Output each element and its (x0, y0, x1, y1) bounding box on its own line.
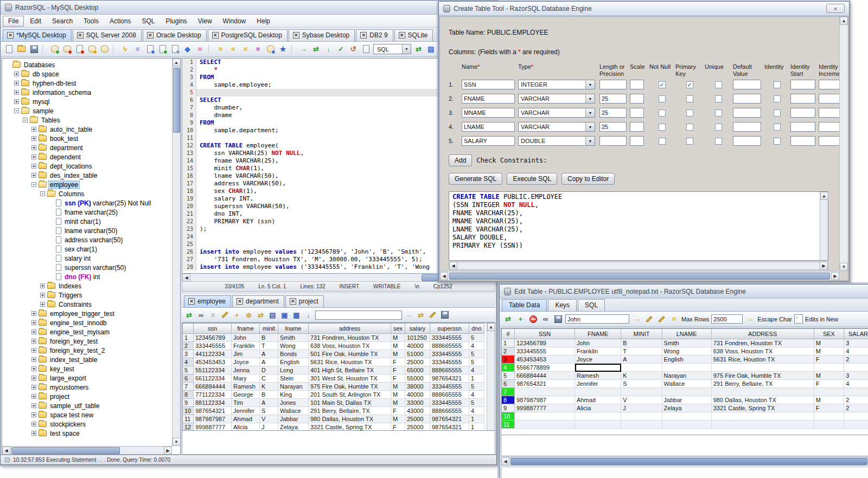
tree-item-auto_inc_table[interactable]: +auto_inc_table (3, 125, 172, 134)
table-cell[interactable]: Wallace (278, 407, 309, 415)
table-cell[interactable]: 291 Berry, Bellaire, TX (711, 380, 814, 388)
delete-row-icon[interactable] (528, 314, 538, 324)
search-doc-icon[interactable] (145, 44, 155, 54)
note-edit-icon[interactable] (427, 310, 438, 320)
scroll-right-icon[interactable]: ▶ (831, 272, 839, 280)
table-cell[interactable]: Ahmad (575, 396, 621, 404)
table-cell[interactable]: 2 (844, 404, 868, 412)
table-cell[interactable]: 333445555 (430, 399, 469, 407)
chevron-down-icon[interactable]: ▼ (585, 108, 595, 117)
not-null-checkbox[interactable] (659, 124, 666, 131)
row-number[interactable]: 3 (502, 356, 515, 364)
table-cell[interactable]: 333445555 (430, 334, 469, 342)
table-cell[interactable]: John (232, 334, 260, 342)
tree-item-sample[interactable]: -sample (3, 106, 172, 115)
table-cell[interactable]: 453453453 (514, 356, 575, 364)
add-column-button[interactable]: Add (449, 154, 472, 166)
dialog-horizontal-scrollbar[interactable]: ◀ ▶ (440, 271, 839, 280)
tree-item-databases[interactable]: Databases (3, 60, 172, 69)
row-search-input[interactable]: John (565, 314, 629, 324)
save-edits-icon[interactable] (553, 314, 563, 324)
close-tab-icon[interactable]: ✕ (399, 32, 405, 38)
results-tab-department[interactable]: ✕department (232, 295, 284, 307)
save-grid-icon[interactable] (439, 310, 450, 320)
table-cell[interactable] (844, 412, 868, 421)
tree-item-hyphen-db-test[interactable]: +hyphen-db-test (3, 79, 172, 88)
menu-item-view[interactable]: View (193, 16, 217, 26)
open-file-icon[interactable] (16, 44, 27, 54)
table-cell[interactable]: T (621, 347, 662, 356)
tree-item-index_test_table[interactable]: +index_test_table (3, 355, 172, 364)
table-cell[interactable]: M (391, 391, 405, 399)
tree-item-db-space[interactable]: +db space (3, 69, 172, 79)
edit-window-titlebar[interactable]: Edit Table - PUBLIC.EMPLOYEE utf8_notepa… (500, 285, 868, 299)
menu-item-sql[interactable]: SQL (137, 16, 159, 26)
table-cell[interactable]: 987654321 (430, 423, 469, 431)
stack-icon[interactable]: ≡ (195, 44, 205, 54)
refresh-doc-icon[interactable] (157, 44, 168, 54)
copy-doc-icon[interactable] (170, 44, 180, 54)
table-cell[interactable]: F (391, 423, 405, 431)
table-cell[interactable]: Jenna (232, 366, 260, 374)
scroll-left-icon[interactable]: ◀ (440, 272, 448, 280)
tab-keys[interactable]: Keys (548, 299, 577, 311)
save-icon[interactable] (29, 44, 39, 54)
table-cell[interactable] (621, 412, 662, 421)
identity-start-input[interactable] (790, 80, 815, 89)
table-cell[interactable]: 5 (469, 358, 484, 366)
table-cell[interactable] (814, 421, 844, 429)
expand-icon[interactable]: + (31, 136, 36, 141)
column-name-input[interactable]: LNAME (462, 122, 515, 132)
table-cell[interactable]: 551122334 (194, 366, 232, 374)
table-cell[interactable]: 333445555 (514, 347, 575, 356)
table-cell[interactable] (814, 412, 844, 421)
table-cell[interactable] (844, 421, 868, 429)
scroll-down-icon[interactable]: ▼ (840, 263, 848, 271)
length-precision-input[interactable] (599, 80, 627, 89)
table-cell[interactable]: Wallace (662, 380, 711, 388)
table-cell[interactable]: 333445555 (430, 358, 469, 366)
collapse-icon[interactable]: - (14, 108, 19, 113)
table-cell[interactable]: Ahmad (232, 415, 260, 423)
tree-item-stockpickers[interactable]: +stockpickers (3, 419, 172, 429)
table-cell[interactable]: Narayan (662, 372, 711, 380)
table-cell[interactable]: A (260, 350, 278, 358)
scroll-right-icon[interactable]: ▶ (820, 262, 828, 270)
tree-item-triggers[interactable]: +Triggers (3, 290, 172, 300)
table-cell[interactable] (662, 421, 711, 429)
table-cell[interactable]: 5566778899 (514, 364, 575, 372)
close-icon[interactable]: × (826, 4, 845, 13)
chevron-down-icon[interactable]: ▼ (585, 137, 595, 145)
table-cell[interactable]: 333445555 (430, 383, 469, 391)
table-cell[interactable] (621, 364, 662, 372)
row-number[interactable]: 3 (183, 350, 194, 358)
row-number[interactable]: 8 (502, 396, 515, 404)
not-null-checkbox[interactable] (659, 95, 666, 102)
expand-icon[interactable]: + (31, 164, 36, 169)
table-cell[interactable]: 888665555 (430, 391, 469, 399)
max-rows-go-icon[interactable]: → (745, 314, 755, 324)
table-cell[interactable]: 33000 (405, 399, 430, 407)
table-cell[interactable] (662, 412, 711, 421)
table-cell[interactable]: 453453453 (194, 358, 232, 366)
table-cell[interactable]: Joyce (232, 358, 260, 366)
row-number[interactable]: 10 (502, 412, 515, 421)
close-tab-icon[interactable]: ✕ (360, 32, 367, 38)
row-number[interactable]: 1 (502, 339, 515, 347)
close-tab-icon[interactable]: ✕ (77, 32, 84, 38)
table-cell[interactable]: 25000 (405, 358, 430, 366)
table-cell[interactable]: F (814, 356, 844, 364)
table-cell[interactable]: 980 Dallas, Houston TX (711, 396, 814, 404)
row-number[interactable]: 4 (502, 364, 515, 372)
view-results-icon[interactable]: ∞ (196, 310, 206, 320)
connection-tab-postgresql-desktop[interactable]: ✕PostgreSQL Desktop (208, 29, 288, 41)
table-cell[interactable]: 5631 Rice, Houston TX (711, 356, 814, 364)
unique-checkbox[interactable] (715, 81, 722, 88)
refresh-table-icon[interactable]: ⇄ (503, 314, 513, 324)
tree-horizontal-scrollbar[interactable]: ◀ ▶ (2, 446, 172, 454)
table-cell[interactable]: Narayan (278, 383, 309, 391)
table-cell[interactable]: B (621, 339, 662, 347)
tree-item-sample_utf_table[interactable]: +sample_utf_table (3, 401, 172, 410)
table-cell[interactable]: Stein (278, 374, 309, 383)
menu-item-plugins[interactable]: Plugins (161, 16, 192, 26)
